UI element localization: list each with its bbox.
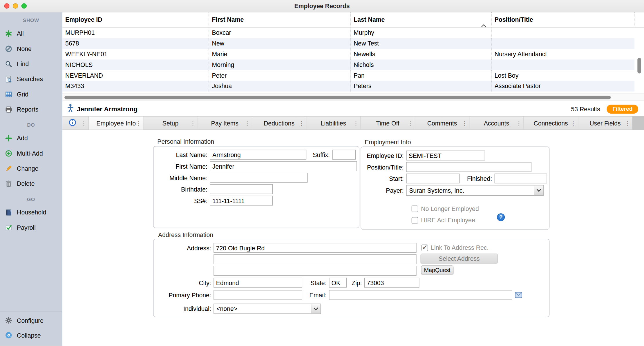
sidebar-item-delete[interactable]: Delete <box>0 176 62 191</box>
tab-connections[interactable]: Connections ⋮ <box>524 116 578 130</box>
vertical-scrollbar-thumb[interactable] <box>637 58 641 74</box>
results-table: MURPH01 Boxcar Murphy 5678 New New Test … <box>62 28 634 92</box>
tab-menu-icon[interactable]: ⋮ <box>136 120 142 126</box>
tab-accounts[interactable]: Accounts ⋮ <box>469 116 524 130</box>
sidebar-item-reports[interactable]: Reports <box>0 102 62 117</box>
sidebar-item-searches[interactable]: Searches <box>0 71 62 86</box>
table-row[interactable]: NEVERLAND Peter Pan Lost Boy <box>62 70 634 81</box>
tab-menu-icon[interactable]: ⋮ <box>570 120 576 126</box>
column-header-position-title[interactable]: Position/Title <box>491 12 634 27</box>
tab-menu-icon[interactable]: ⋮ <box>462 120 467 126</box>
chevron-down-icon[interactable] <box>311 304 321 314</box>
tab-menu-icon[interactable]: ⋮ <box>244 120 250 126</box>
suffix-field[interactable] <box>332 150 356 160</box>
tab-bar-end-cap <box>632 116 644 130</box>
help-icon[interactable]: ? <box>497 213 505 222</box>
horizontal-scrollbar[interactable] <box>62 94 644 101</box>
address-line2-field[interactable] <box>214 254 416 264</box>
cell-position-title <box>491 38 634 49</box>
start-date-field[interactable] <box>406 174 460 183</box>
results-count: 53 Results <box>571 105 600 112</box>
tab-deductions[interactable]: Deductions ⋮ <box>252 116 306 130</box>
email-icon[interactable] <box>515 292 522 298</box>
first-name-field[interactable] <box>210 161 357 171</box>
table-row[interactable]: MURPH01 Boxcar Murphy <box>62 28 634 38</box>
sidebar-item-multi-add[interactable]: Multi-Add <box>0 146 62 161</box>
tab-menu-icon[interactable]: ⋮ <box>190 120 196 126</box>
city-label: City: <box>154 279 214 286</box>
filtered-badge[interactable]: Filtered <box>607 104 638 113</box>
payer-value: Suran Systems, Inc. <box>409 187 464 194</box>
tab-menu-icon[interactable]: ⋮ <box>299 120 305 126</box>
individual-dropdown[interactable]: <none> <box>214 304 321 314</box>
state-field[interactable] <box>329 278 347 288</box>
column-header-employee-id[interactable]: Employee ID <box>62 12 209 27</box>
printer-icon <box>4 105 14 114</box>
record-header: Jennifer Armstrong 53 Results Filtered <box>62 102 644 116</box>
tab-liabilities[interactable]: Liabilities ⋮ <box>306 116 361 130</box>
table-row[interactable]: WEEKLY-NE01 Marie Newells Nursery Attend… <box>62 49 634 59</box>
employee-id-field[interactable] <box>406 151 485 161</box>
cell-position-title: Nursery Attendanct <box>491 49 634 59</box>
address-line1-field[interactable] <box>214 243 416 253</box>
no-longer-employed-checkbox[interactable] <box>412 205 418 212</box>
column-header-last-name[interactable]: Last Name <box>350 12 491 27</box>
sidebar-item-change[interactable]: Change <box>0 161 62 176</box>
birthdate-field[interactable] <box>210 184 273 194</box>
sidebar-item-collapse[interactable]: Collapse <box>0 328 62 343</box>
cell-employee-id: M3433 <box>62 81 209 92</box>
sidebar-item-household[interactable]: Household <box>0 205 62 220</box>
sidebar-item-add[interactable]: Add <box>0 130 62 145</box>
chevron-down-icon[interactable] <box>534 185 544 195</box>
tab-menu-icon[interactable]: ⋮ <box>407 120 413 126</box>
email-label: Email: <box>302 292 329 298</box>
zip-field[interactable] <box>364 278 419 288</box>
cell-last-name: Pan <box>350 70 491 81</box>
sidebar-item-find[interactable]: Find <box>0 56 62 71</box>
city-field[interactable] <box>214 278 302 288</box>
personal-information-title: Personal Information <box>157 138 214 145</box>
middle-name-field[interactable] <box>210 173 307 183</box>
tab-employee-info[interactable]: Employee Info ⋮ <box>89 116 144 130</box>
table-row[interactable]: NICHOLS Morning Nichols <box>62 59 634 70</box>
cell-first-name: Joshua <box>209 81 350 92</box>
sidebar-item-grid[interactable]: Grid <box>0 87 62 102</box>
sidebar-item-all[interactable]: All <box>0 26 62 41</box>
grid-icon <box>4 90 14 99</box>
sidebar-item-none[interactable]: None <box>0 41 62 56</box>
ssn-field[interactable] <box>210 196 273 205</box>
primary-phone-label: Primary Phone: <box>154 292 214 298</box>
column-header-first-name[interactable]: First Name <box>209 12 350 27</box>
tab-comments[interactable]: Comments ⋮ <box>415 116 469 130</box>
tab-setup[interactable]: Setup ⋮ <box>144 116 198 130</box>
tab-menu-icon[interactable]: ⋮ <box>625 120 630 126</box>
tab-time-off[interactable]: Time Off ⋮ <box>361 116 415 130</box>
tab-menu-icon[interactable]: ⋮ <box>353 120 359 126</box>
mapquest-button[interactable]: MapQuest <box>421 265 453 274</box>
finished-date-field[interactable] <box>495 174 547 183</box>
last-name-field[interactable] <box>210 150 306 160</box>
primary-phone-field[interactable] <box>214 290 302 300</box>
sidebar-item-payroll[interactable]: Payroll <box>0 220 62 235</box>
select-address-button[interactable]: Select Address <box>421 254 498 263</box>
position-title-field[interactable] <box>406 162 531 172</box>
email-field[interactable] <box>329 290 512 300</box>
horizontal-scrollbar-thumb[interactable] <box>64 96 611 99</box>
tab-menu-icon[interactable]: ⋮ <box>81 120 87 126</box>
hire-act-checkbox[interactable] <box>412 217 418 223</box>
table-row[interactable]: 5678 New New Test <box>62 38 634 49</box>
vertical-scrollbar[interactable] <box>634 28 644 94</box>
table-row[interactable]: M3433 Joshua Peters Associate Pastor <box>62 81 634 92</box>
tab-pay-items[interactable]: Pay Items ⋮ <box>198 116 252 130</box>
address-line3-field[interactable] <box>214 266 416 276</box>
info-icon[interactable] <box>68 118 76 128</box>
tab-user-fields[interactable]: User Fields ⋮ <box>578 116 632 130</box>
cell-last-name: Nichols <box>350 59 491 70</box>
start-label: Start: <box>361 175 406 182</box>
multi-add-icon <box>4 149 14 158</box>
link-to-address-checkbox[interactable] <box>422 244 428 251</box>
tab-menu-icon[interactable]: ⋮ <box>516 120 522 126</box>
sidebar-item-configure[interactable]: Configure <box>0 313 62 328</box>
payer-dropdown[interactable]: Suran Systems, Inc. <box>406 185 544 196</box>
hire-act-label: HIRE Act Employee <box>421 217 475 224</box>
